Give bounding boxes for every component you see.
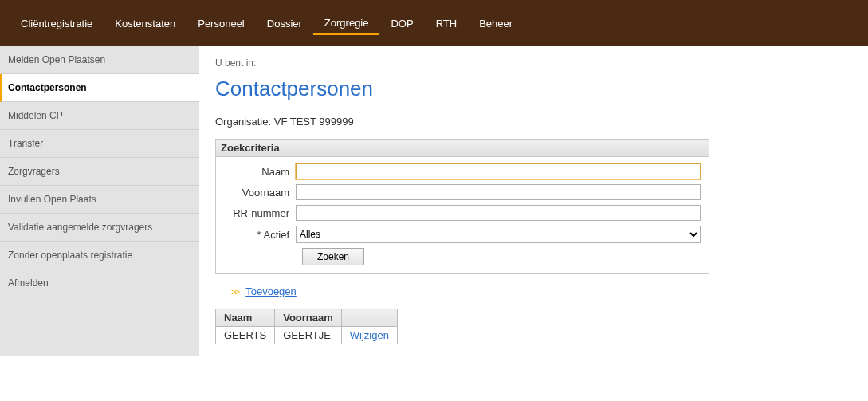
sidebar-item-transfer[interactable]: Transfer	[0, 130, 199, 158]
nav-personeel[interactable]: Personeel	[187, 13, 256, 34]
search-panel: Zoekcriteria Naam Voornaam RR-nummer * A…	[215, 139, 709, 274]
voornaam-input[interactable]	[296, 184, 701, 200]
actief-label: * Actief	[224, 229, 296, 241]
col-actions	[341, 309, 397, 327]
col-voornaam: Voornaam	[275, 309, 342, 327]
top-nav: Cliëntregistratie Kostenstaten Personeel…	[0, 0, 868, 46]
sidebar: Melden Open Plaatsen Contactpersonen Mid…	[0, 46, 199, 356]
nav-dossier[interactable]: Dossier	[256, 13, 313, 34]
cell-voornaam: GEERTJE	[275, 327, 342, 344]
nav-zorgregie[interactable]: Zorgregie	[313, 12, 380, 35]
organisation-line: Organisatie: VF TEST 999999	[215, 116, 852, 128]
toevoegen-link[interactable]: Toevoegen	[245, 285, 297, 297]
voornaam-label: Voornaam	[224, 187, 296, 199]
results-table: Naam Voornaam GEERTS GEERTJE Wijzigen	[215, 309, 398, 344]
sidebar-item-zorgvragers[interactable]: Zorgvragers	[0, 158, 199, 186]
zoeken-button[interactable]: Zoeken	[302, 248, 364, 265]
organisation-label: Organisatie:	[215, 116, 271, 128]
sidebar-item-zonder-openplaats[interactable]: Zonder openplaats registratie	[0, 242, 199, 269]
page-title: Contactpersonen	[215, 77, 852, 101]
nav-rth[interactable]: RTH	[425, 13, 468, 34]
organisation-value: VF TEST 999999	[274, 116, 354, 128]
main-content: U bent in: Contactpersonen Organisatie: …	[199, 46, 868, 356]
rr-label: RR-nummer	[224, 207, 296, 219]
naam-input[interactable]	[296, 163, 701, 179]
wijzigen-link[interactable]: Wijzigen	[350, 329, 389, 341]
naam-label: Naam	[224, 166, 296, 178]
nav-clientregistratie[interactable]: Cliëntregistratie	[10, 13, 104, 34]
sidebar-item-invullen-open-plaats[interactable]: Invullen Open Plaats	[0, 186, 199, 214]
sidebar-item-melden-open-plaatsen[interactable]: Melden Open Plaatsen	[0, 46, 199, 74]
nav-dop[interactable]: DOP	[379, 13, 424, 34]
nav-beheer[interactable]: Beheer	[468, 13, 524, 34]
actief-select[interactable]: Alles	[296, 226, 701, 243]
sidebar-item-contactpersonen[interactable]: Contactpersonen	[0, 74, 199, 102]
sidebar-item-afmelden[interactable]: Afmelden	[0, 269, 199, 297]
col-naam: Naam	[216, 309, 275, 327]
rr-input[interactable]	[296, 205, 701, 221]
cell-naam: GEERTS	[216, 327, 275, 344]
search-panel-title: Zoekcriteria	[216, 140, 709, 157]
chevron-right-icon: >>	[231, 287, 238, 297]
table-row: GEERTS GEERTJE Wijzigen	[216, 327, 398, 344]
breadcrumb: U bent in:	[215, 57, 852, 69]
sidebar-item-middelen-cp[interactable]: Middelen CP	[0, 102, 199, 130]
sidebar-item-validatie-aangemelde[interactable]: Validatie aangemelde zorgvragers	[0, 214, 199, 242]
nav-kostenstaten[interactable]: Kostenstaten	[104, 13, 187, 34]
